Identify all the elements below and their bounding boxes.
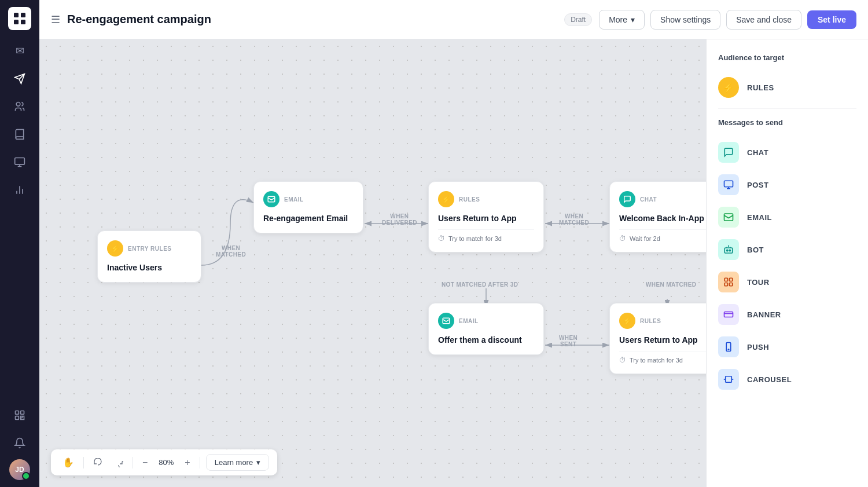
hand-tool-button[interactable]: ✋	[59, 455, 78, 470]
rules-title-1: Users Return to App	[438, 213, 534, 224]
bot-message-icon	[718, 239, 739, 260]
rules-title-2: Users Return to App	[619, 335, 706, 345]
sidebar-item-contacts[interactable]	[8, 95, 31, 118]
chat-message-icon	[718, 142, 739, 163]
messages-section-title: Messages to send	[718, 118, 856, 127]
message-email-item[interactable]: EMAIL	[718, 201, 856, 233]
rules-icon-1: ⚡	[438, 191, 454, 207]
chat-footer: Wait for 2d	[630, 235, 660, 242]
svg-rect-0	[14, 13, 19, 17]
sidebar-item-knowledge[interactable]	[8, 123, 31, 146]
connector-when-matched-3: WHEN MATCHED	[646, 281, 696, 288]
svg-rect-30	[724, 278, 727, 281]
zoom-level: 80%	[156, 458, 176, 467]
message-tour-item[interactable]: TOUR	[718, 266, 856, 298]
tour-message-icon	[718, 272, 739, 292]
rules-icon-2: ⚡	[619, 313, 635, 329]
sidebar-item-inbox[interactable]: ✉	[8, 39, 31, 63]
status-badge: Draft	[564, 13, 592, 26]
message-banner-item[interactable]: BANNER	[718, 298, 856, 331]
sidebar-item-campaigns[interactable]	[8, 67, 31, 90]
audience-rules-item[interactable]: ⚡ RULES	[718, 71, 856, 104]
clock-icon-2: ⏱	[619, 356, 626, 364]
svg-rect-21	[268, 196, 275, 202]
toolbar-sep-2	[133, 457, 133, 468]
save-close-button[interactable]: Save and close	[726, 10, 801, 30]
audience-section-title: Audience to target	[718, 53, 856, 62]
connector-when-matched-2: WHENMATCHED	[559, 213, 589, 226]
sidebar-logo[interactable]	[8, 7, 31, 30]
message-push-label: PUSH	[747, 343, 769, 351]
message-chat-item[interactable]: CHAT	[718, 136, 856, 169]
svg-rect-27	[724, 248, 733, 253]
svg-rect-23	[724, 181, 733, 187]
svg-rect-38	[726, 376, 732, 383]
canvas-toolbar: ✋ − 80% + Learn more ▾	[51, 449, 277, 475]
post-message-icon	[718, 174, 739, 195]
rules-node-2[interactable]: ⚡ RULES Users Return to App ⏱ Try to mat…	[609, 303, 706, 374]
learn-more-button[interactable]: Learn more ▾	[206, 454, 269, 471]
chat-title: Welcome Back In-App	[619, 213, 706, 224]
svg-point-37	[728, 349, 729, 350]
page-title: Re-engagement campaign	[67, 13, 557, 26]
entry-rules-node[interactable]: ⚡ ENTRY RULES Inactive Users	[97, 230, 201, 283]
rules-footer-2: Try to match for 3d	[630, 357, 683, 364]
main-area: ☰ Re-engagement campaign Draft More ▾ Sh…	[39, 0, 868, 487]
svg-rect-5	[15, 158, 25, 165]
redo-button[interactable]	[111, 456, 127, 470]
menu-icon[interactable]: ☰	[51, 13, 60, 26]
header: ☰ Re-engagement campaign Draft More ▾ Sh…	[39, 0, 868, 39]
entry-rules-title: Inactive Users	[107, 262, 192, 273]
svg-point-4	[16, 102, 20, 107]
message-carousel-item[interactable]: CAROUSEL	[718, 363, 856, 396]
toolbar-sep-3	[200, 457, 200, 468]
carousel-message-icon	[718, 369, 739, 390]
svg-rect-1	[21, 13, 25, 17]
rules-footer-1: Try to match for 3d	[448, 235, 502, 242]
message-post-item[interactable]: POST	[718, 169, 856, 201]
zoom-out-button[interactable]: −	[139, 455, 151, 470]
undo-button[interactable]	[90, 456, 106, 470]
email-discount-node[interactable]: EMAIL Offer them a discount	[428, 303, 544, 355]
message-bot-item[interactable]: BOT	[718, 233, 856, 266]
show-settings-button[interactable]: Show settings	[650, 10, 720, 30]
right-panel: Audience to target ⚡ RULES Messages to s…	[706, 39, 868, 487]
chevron-down-icon: ▾	[631, 15, 635, 24]
zoom-in-button[interactable]: +	[181, 455, 193, 470]
message-tour-label: TOUR	[747, 278, 770, 287]
email-type-2: EMAIL	[459, 318, 479, 324]
push-message-icon	[718, 336, 739, 357]
rules-node-1[interactable]: ⚡ RULES Users Return to App ⏱ Try to mat…	[428, 181, 544, 252]
flow-canvas[interactable]: WHENMATCHED WHENDELIVERED WHENMATCHED NO…	[39, 39, 706, 487]
sidebar-item-reports[interactable]	[8, 178, 31, 202]
email-message-icon	[718, 207, 739, 228]
email-icon-1	[263, 191, 279, 207]
email-type-1: EMAIL	[284, 196, 304, 203]
connector-when-sent: WHENSENT	[559, 335, 578, 347]
chat-type: CHAT	[640, 196, 657, 203]
entry-rules-icon: ⚡	[107, 240, 123, 257]
message-banner-label: BANNER	[747, 310, 781, 319]
more-button[interactable]: More ▾	[599, 10, 645, 30]
toolbar-sep-1	[83, 457, 84, 468]
svg-rect-9	[16, 411, 19, 415]
sidebar-item-inbox2[interactable]	[8, 151, 31, 174]
message-bot-label: BOT	[747, 246, 764, 254]
email-node-1[interactable]: EMAIL Re-engagement Email	[253, 181, 363, 233]
user-avatar[interactable]: JD	[9, 459, 30, 480]
svg-rect-22	[443, 318, 450, 323]
chat-node[interactable]: CHAT Welcome Back In-App ⏱ Wait for 2d	[609, 181, 706, 252]
svg-rect-10	[21, 411, 24, 415]
set-live-button[interactable]: Set live	[807, 10, 856, 29]
clock-icon-chat: ⏱	[619, 235, 626, 243]
sidebar-item-messages[interactable]	[8, 404, 31, 427]
message-post-label: POST	[747, 181, 768, 189]
svg-rect-11	[16, 416, 19, 420]
svg-rect-2	[14, 20, 19, 24]
header-actions: More ▾ Show settings Save and close Set …	[599, 10, 856, 30]
message-push-item[interactable]: PUSH	[718, 331, 856, 363]
email-title-2: Offer them a discount	[438, 335, 534, 345]
svg-rect-3	[21, 20, 25, 24]
sidebar-item-notifications[interactable]	[8, 431, 31, 455]
svg-rect-31	[730, 278, 733, 281]
